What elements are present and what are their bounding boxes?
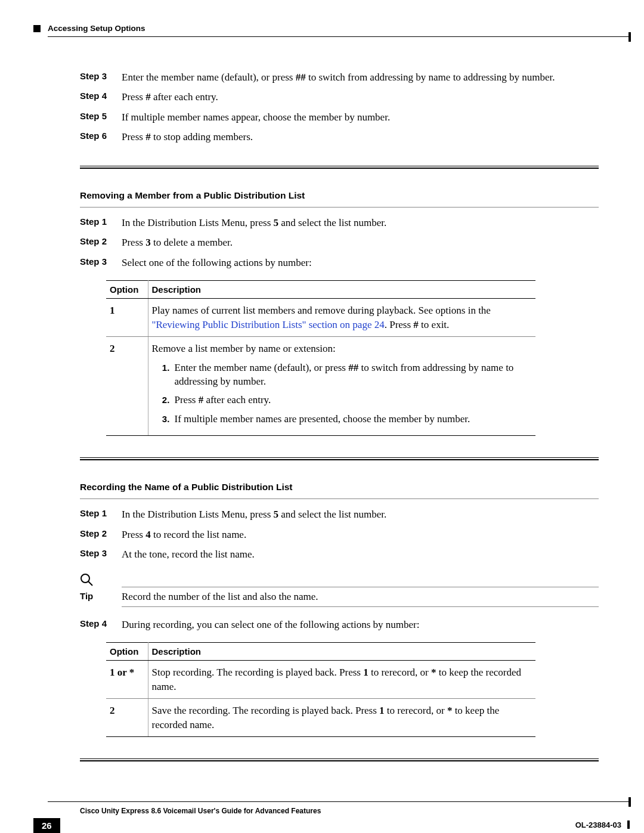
- page-number: 26: [33, 818, 60, 833]
- step-label: Step 3: [80, 256, 122, 270]
- opt-cell: 1: [106, 299, 148, 337]
- step-text: Press # after each entry.: [122, 90, 599, 104]
- step-row: Step 4 During recording, you can select …: [80, 618, 599, 631]
- running-header: Accessing Setup Options: [48, 24, 145, 33]
- step-row: Step 3 Enter the member name (default), …: [80, 70, 599, 84]
- opt-cell: 1 or *: [106, 661, 148, 699]
- step-label: Step 6: [80, 130, 122, 144]
- opt-cell: 2: [106, 337, 148, 436]
- step-label: Step 5: [80, 110, 122, 124]
- tip-text: Record the number of the list and also t…: [122, 591, 599, 603]
- step-label: Step 2: [80, 528, 122, 541]
- th-description: Description: [148, 281, 535, 299]
- subheading-underline: [80, 498, 599, 499]
- table-row: 1 Play names of current list members and…: [106, 299, 535, 337]
- tip-rule-bottom: [122, 606, 599, 607]
- step-row: Step 3 Select one of the following actio…: [80, 256, 599, 270]
- step-row: Step 3 At the tone, record the list name…: [80, 547, 599, 561]
- step-text: In the Distribution Lists Menu, press 5 …: [122, 507, 599, 521]
- step-text: During recording, you can select one of …: [122, 618, 599, 631]
- desc-cell: Play names of current list members and r…: [148, 299, 535, 337]
- cross-ref-link[interactable]: "Reviewing Public Distribution Lists" se…: [152, 319, 385, 330]
- step-text: Press 3 to delete a member.: [122, 236, 599, 249]
- step-label: Step 1: [80, 507, 122, 521]
- step-label: Step 4: [80, 90, 122, 104]
- options-table-1: Option Description 1 Play names of curre…: [106, 280, 535, 436]
- th-option: Option: [106, 281, 148, 299]
- table-row: 1 or * Stop recording. The recording is …: [106, 661, 535, 699]
- section-separator: [80, 758, 599, 761]
- step-text: Press 4 to record the list name.: [122, 528, 599, 541]
- subheading-underline: [80, 207, 599, 208]
- step-text: Enter the member name (default), or pres…: [122, 70, 599, 84]
- options-table-2: Option Description 1 or * Stop recording…: [106, 642, 535, 737]
- step-row: Step 2 Press 3 to delete a member.: [80, 236, 599, 249]
- header-rule: [48, 36, 630, 37]
- svg-line-1: [88, 581, 92, 586]
- subheading: Recording the Name of a Public Distribut…: [33, 482, 599, 493]
- section-separator: [80, 457, 599, 460]
- th-option: Option: [106, 643, 148, 661]
- step-row: Step 5 If multiple member names appear, …: [80, 110, 599, 124]
- doc-id: OL-23884-03: [575, 820, 630, 829]
- desc-cell: Remove a list member by name or extensio…: [148, 337, 535, 436]
- header-marker-icon: [33, 25, 41, 32]
- list-item: Enter the member name (default), or pres…: [172, 361, 532, 389]
- desc-cell: Save the recording. The recording is pla…: [148, 699, 535, 737]
- tip-rule-top: [122, 587, 599, 587]
- step-row: Step 1 In the Distribution Lists Menu, p…: [80, 216, 599, 230]
- step-label: Step 1: [80, 216, 122, 230]
- step-label: Step 3: [80, 70, 122, 84]
- svg-point-0: [81, 574, 89, 583]
- step-row: Step 2 Press 4 to record the list name.: [80, 528, 599, 541]
- step-text: At the tone, record the list name.: [122, 547, 599, 561]
- table-row: 2 Remove a list member by name or extens…: [106, 337, 535, 436]
- footer-title: Cisco Unity Express 8.6 Voicemail User's…: [80, 807, 321, 815]
- list-item: If multiple member names are presented, …: [172, 412, 532, 426]
- th-description: Description: [148, 643, 535, 661]
- step-text: Select one of the following actions by n…: [122, 256, 599, 270]
- step-text: Press # to stop adding members.: [122, 130, 599, 144]
- step-label: Step 2: [80, 236, 122, 249]
- list-item: Press # after each entry.: [172, 393, 532, 407]
- section-separator: [80, 166, 599, 169]
- tip-icon: [80, 571, 122, 588]
- tip-label: Tip: [80, 591, 122, 603]
- step-row: Step 6 Press # to stop adding members.: [80, 130, 599, 144]
- table-row: 2 Save the recording. The recording is p…: [106, 699, 535, 737]
- desc-cell: Stop recording. The recording is played …: [148, 661, 535, 699]
- step-row: Step 1 In the Distribution Lists Menu, p…: [80, 507, 599, 521]
- step-label: Step 4: [80, 618, 122, 631]
- opt-cell: 2: [106, 699, 148, 737]
- step-text: In the Distribution Lists Menu, press 5 …: [122, 216, 599, 230]
- step-text: If multiple member names appear, choose …: [122, 110, 599, 124]
- subheading: Removing a Member from a Public Distribu…: [33, 190, 599, 201]
- step-row: Step 4 Press # after each entry.: [80, 90, 599, 104]
- step-label: Step 3: [80, 547, 122, 561]
- footer-rule: [48, 801, 630, 802]
